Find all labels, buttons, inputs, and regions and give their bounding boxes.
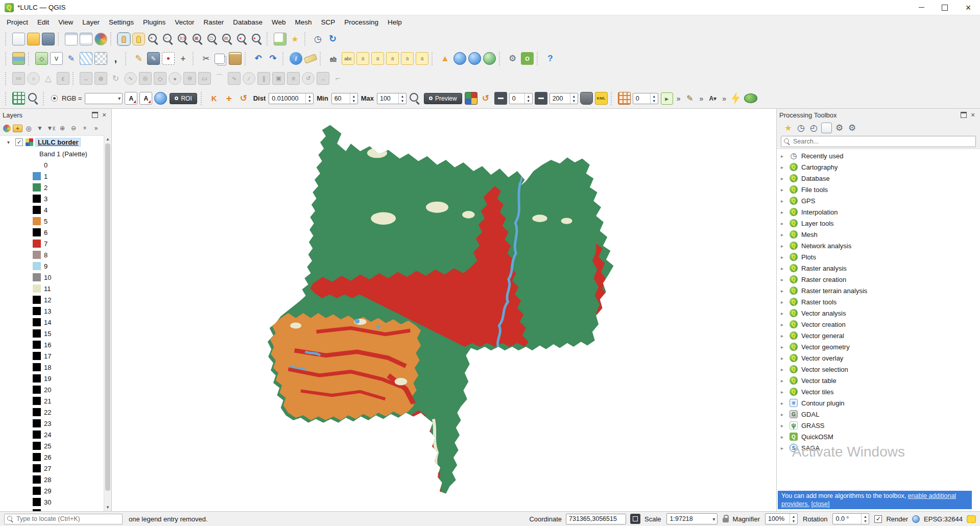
results-viewer-button[interactable] xyxy=(821,123,832,133)
offset-point-symbol-button[interactable]: → xyxy=(317,72,329,85)
expand-arrow-icon[interactable] xyxy=(781,355,788,361)
scp-run-button[interactable] xyxy=(661,92,673,105)
label-move-button[interactable]: a xyxy=(386,52,399,65)
processing-search-box[interactable] xyxy=(781,136,976,147)
processing-settings-button[interactable]: ⚙ xyxy=(506,52,519,65)
menu-item[interactable]: Mesh xyxy=(291,16,317,28)
raster-band-icon[interactable] xyxy=(618,92,631,105)
delete-ring-button[interactable]: ⊖ xyxy=(183,72,196,85)
toolbar-extension-icon[interactable] xyxy=(722,94,726,103)
local-stretch-icon[interactable]: A xyxy=(139,92,152,105)
toolbox-group-item[interactable]: Q Layer tools xyxy=(777,218,980,229)
menu-item[interactable]: Raster xyxy=(199,16,228,28)
zoom-in-button[interactable]: + xyxy=(147,33,160,45)
toolbox-group-item[interactable]: Q Interpolation xyxy=(777,206,980,218)
edit-raster-icon[interactable]: ✎ xyxy=(683,92,696,105)
menu-item[interactable]: Processing xyxy=(340,16,383,28)
magnifier-spinbox[interactable]: 100% xyxy=(765,513,798,524)
label-change-button[interactable]: a xyxy=(416,52,428,65)
rotate-point-symbols-button[interactable]: ↺ xyxy=(302,72,315,85)
pan-map-button[interactable] xyxy=(117,33,130,45)
processing-search-input[interactable] xyxy=(793,138,975,145)
toolbox-group-item[interactable]: Q Database xyxy=(777,173,980,184)
models-button[interactable]: ⚙ xyxy=(834,123,845,133)
legend-entry[interactable]: 30 xyxy=(0,496,104,508)
crs-value[interactable]: EPSG:32644 xyxy=(924,515,963,523)
legend-entry[interactable]: 20 xyxy=(0,384,104,395)
scroll-down-icon[interactable]: ▼ xyxy=(104,504,111,511)
toolbox-group-item[interactable]: Q Network analysis xyxy=(777,240,980,251)
style-manager-button[interactable] xyxy=(94,33,107,45)
zoom-out-button[interactable]: − xyxy=(162,33,175,45)
remove-layer-button[interactable]: × xyxy=(80,123,90,133)
undo-button[interactable]: ↶ xyxy=(252,52,265,65)
expand-arrow-icon[interactable] xyxy=(781,209,788,215)
new-project-button[interactable] xyxy=(12,33,25,45)
offset-curve-button[interactable]: ⌒ xyxy=(213,72,226,85)
rotate-feature-button[interactable]: ↻ xyxy=(109,72,122,85)
preview-size-spinbox[interactable]: 200 xyxy=(549,93,578,104)
legend-entry[interactable]: 10 xyxy=(0,272,104,283)
legend-entry[interactable]: 13 xyxy=(0,305,104,317)
preview-size-icon[interactable] xyxy=(535,92,547,105)
menu-item[interactable]: Settings xyxy=(104,16,138,28)
recent-button[interactable]: ◴ xyxy=(808,123,819,133)
legend-entry[interactable]: 19 xyxy=(0,373,104,384)
new-map-view-button[interactable] xyxy=(274,33,286,45)
layer-visibility-checkbox[interactable] xyxy=(15,138,23,146)
new-raster-layer-button[interactable] xyxy=(94,52,107,65)
zoom-to-layer-button[interactable]: ▤ xyxy=(221,33,234,45)
expand-arrow-icon[interactable] xyxy=(781,389,788,395)
expand-arrow-icon[interactable] xyxy=(781,221,788,226)
add-group-button[interactable]: + xyxy=(13,125,22,132)
expand-arrow-icon[interactable] xyxy=(781,310,788,316)
expand-all-button[interactable]: ⊕ xyxy=(57,123,67,133)
add-ring-button[interactable]: ◎ xyxy=(139,72,152,85)
pan-to-selection-button[interactable] xyxy=(132,33,145,45)
legend-entry[interactable]: 14 xyxy=(0,317,104,328)
layers-scrollbar[interactable]: ▲ ▼ xyxy=(104,135,111,511)
filter-by-expression-button[interactable]: ▼ε xyxy=(46,123,56,133)
roi-button[interactable]: ROI xyxy=(170,93,197,104)
legend-entry[interactable]: 3 xyxy=(0,193,104,204)
legend-entry[interactable]: 22 xyxy=(0,407,104,418)
toolbox-group-item[interactable]: Q Cartography xyxy=(777,161,980,173)
toolbox-group-item[interactable]: Q Plots xyxy=(777,251,980,262)
label-pin-button[interactable]: a xyxy=(356,52,369,65)
local-cumulative-stretch-icon[interactable]: A xyxy=(125,92,137,105)
add-feature-button[interactable] xyxy=(162,52,175,65)
simplify-feature-button[interactable]: ∿ xyxy=(124,72,137,85)
metasearch-button[interactable] xyxy=(453,52,466,65)
legend-entry[interactable]: 27 xyxy=(0,463,104,474)
spin-arrows-icon[interactable] xyxy=(398,93,406,104)
copy-features-button[interactable] xyxy=(214,54,225,64)
toolbox-group-item[interactable]: Q Vector general xyxy=(777,330,980,341)
k-means-icon[interactable]: K xyxy=(208,92,221,105)
new-geopackage-layer-button[interactable]: ◇ xyxy=(35,52,48,65)
dist-spinbox[interactable]: 0.010000 xyxy=(269,93,314,104)
menu-item[interactable]: View xyxy=(54,16,78,28)
legend-entry[interactable]: 15 xyxy=(0,328,104,339)
zoom-to-selection-button[interactable]: ▢ xyxy=(206,33,219,45)
create-roi-icon[interactable]: + xyxy=(223,92,235,105)
legend-entry[interactable]: 7 xyxy=(0,238,104,249)
toolbox-group-item[interactable]: Q Raster creation xyxy=(777,274,980,285)
lock-scale-icon[interactable] xyxy=(723,518,729,522)
expand-arrow-icon[interactable] xyxy=(781,400,788,406)
rotation-spinbox[interactable]: 0.0 ° xyxy=(832,513,869,524)
toolbox-group-item[interactable]: Q Vector geometry xyxy=(777,341,980,352)
reshape-features-button[interactable]: ∿ xyxy=(228,72,241,85)
menu-item[interactable]: Vector xyxy=(170,16,199,28)
open-layer-styling-button[interactable] xyxy=(3,125,11,132)
float-panel-icon[interactable] xyxy=(90,110,100,119)
legend-entry[interactable]: 29 xyxy=(0,485,104,496)
expand-arrow-icon[interactable] xyxy=(781,187,788,193)
maximize-button[interactable] xyxy=(933,0,957,15)
toolbox-group-item[interactable]: Q GPS xyxy=(777,195,980,206)
zoom-preview-icon[interactable] xyxy=(409,92,421,105)
temporal-controller-button[interactable]: ◷ xyxy=(312,33,324,45)
label-rotate-button[interactable]: a xyxy=(401,52,414,65)
scp-dock-icon[interactable] xyxy=(744,93,757,103)
web-service-button[interactable] xyxy=(468,52,481,65)
spin-arrows-icon[interactable] xyxy=(305,93,313,104)
